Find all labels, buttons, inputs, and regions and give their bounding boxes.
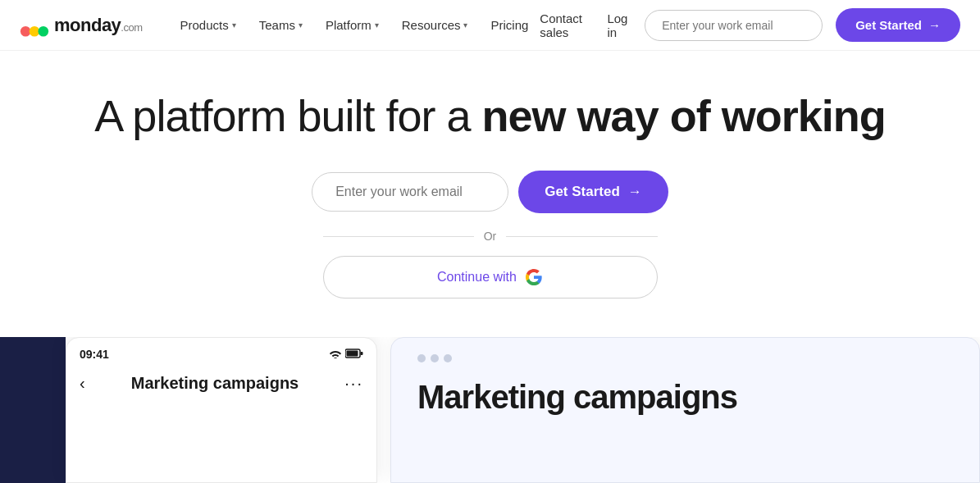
- hero-email-input[interactable]: [312, 172, 508, 212]
- or-divider: Or: [323, 230, 658, 243]
- chevron-down-icon: ▾: [299, 21, 303, 30]
- nav-get-started-button[interactable]: Get Started →: [836, 8, 960, 42]
- chevron-down-icon: ▾: [232, 21, 236, 30]
- arrow-icon: →: [928, 18, 941, 32]
- log-in-link[interactable]: Log in: [607, 11, 631, 39]
- arrow-icon: →: [628, 184, 642, 200]
- hero-form: Get Started →: [312, 171, 668, 213]
- logo[interactable]: monday.com: [20, 11, 143, 40]
- nav-item-platform[interactable]: Platform ▾: [314, 11, 390, 39]
- svg-point-1: [30, 25, 40, 36]
- svg-rect-4: [347, 350, 358, 356]
- wifi-icon: [329, 349, 342, 361]
- nav-right: Contact sales Log in Get Started →: [540, 8, 960, 42]
- mobile-status-icons: [329, 349, 363, 361]
- navbar: monday.com Products ▾ Teams ▾ Platform ▾…: [0, 0, 980, 51]
- window-dot-3: [444, 354, 452, 362]
- divider-line-right: [506, 236, 657, 237]
- desktop-panel-title: Marketing campaigns: [417, 379, 953, 416]
- nav-item-products[interactable]: Products ▾: [169, 11, 248, 39]
- window-dot-2: [431, 354, 439, 362]
- window-dots: [417, 354, 953, 362]
- google-continue-button[interactable]: Continue with: [323, 256, 658, 298]
- dark-background: [0, 337, 66, 483]
- contact-sales-link[interactable]: Contact sales: [540, 11, 594, 39]
- mobile-more-button[interactable]: ···: [344, 374, 363, 393]
- nav-item-pricing[interactable]: Pricing: [479, 11, 540, 39]
- hero-section: A platform built for a new way of workin…: [0, 51, 980, 298]
- divider-line-left: [323, 236, 474, 237]
- nav-links: Products ▾ Teams ▾ Platform ▾ Resources …: [169, 11, 540, 39]
- nav-email-input[interactable]: [645, 10, 823, 41]
- svg-point-0: [21, 25, 31, 36]
- mobile-panel-title: Marketing campaigns: [131, 374, 299, 393]
- chevron-down-icon: ▾: [463, 21, 467, 30]
- hero-get-started-button[interactable]: Get Started →: [518, 171, 668, 213]
- hero-title: A platform built for a new way of workin…: [94, 90, 885, 141]
- mobile-panel: 09:41 ‹ Marketing campaigns ···: [66, 337, 377, 483]
- svg-point-2: [39, 25, 49, 36]
- desktop-panel: Marketing campaigns: [390, 337, 980, 483]
- nav-item-resources[interactable]: Resources ▾: [390, 11, 480, 39]
- svg-rect-5: [361, 352, 363, 355]
- mobile-back-button[interactable]: ‹: [80, 374, 85, 393]
- chevron-down-icon: ▾: [375, 21, 379, 30]
- mobile-status-bar: 09:41: [80, 348, 363, 361]
- mobile-nav-bar: ‹ Marketing campaigns ···: [80, 374, 363, 393]
- mobile-time: 09:41: [80, 348, 109, 361]
- window-dot-1: [417, 354, 426, 362]
- battery-icon: [345, 349, 363, 361]
- bottom-panels: 09:41 ‹ Marketing campaigns ··· Marketin…: [0, 337, 980, 483]
- nav-item-teams[interactable]: Teams ▾: [248, 11, 314, 39]
- logo-wordmark: monday.com: [54, 15, 143, 36]
